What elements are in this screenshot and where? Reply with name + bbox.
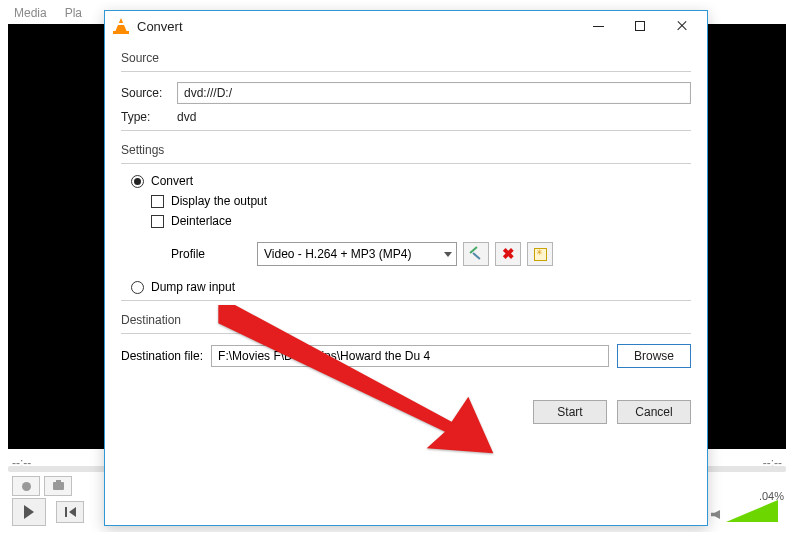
vlc-menubar: Media Pla — [14, 6, 82, 20]
checkbox-icon — [151, 195, 164, 208]
snapshot-button[interactable] — [44, 476, 72, 496]
divider — [121, 333, 691, 334]
radio-icon — [131, 175, 144, 188]
delete-profile-button[interactable]: ✖ — [495, 242, 521, 266]
destination-file-input[interactable]: F:\Movies F\DVD Rips\Howard the Du 4 — [211, 345, 609, 367]
display-output-label: Display the output — [171, 194, 267, 208]
dialog-title: Convert — [137, 19, 577, 34]
dump-raw-radio[interactable]: Dump raw input — [131, 280, 691, 294]
close-button[interactable] — [661, 12, 703, 40]
previous-button[interactable] — [56, 501, 84, 523]
browse-button[interactable]: Browse — [617, 344, 691, 368]
titlebar[interactable]: Convert — [105, 11, 707, 41]
profile-value: Video - H.264 + MP3 (MP4) — [264, 247, 412, 261]
record-button[interactable] — [12, 476, 40, 496]
type-value: dvd — [177, 110, 196, 124]
dump-raw-label: Dump raw input — [151, 280, 235, 294]
record-icon — [22, 482, 31, 491]
destination-file-label: Destination file: — [121, 349, 203, 363]
source-input[interactable]: dvd:///D:/ — [177, 82, 691, 104]
tools-icon — [469, 247, 483, 261]
radio-icon — [131, 281, 144, 294]
convert-dialog: Convert Source Source: dvd:///D:/ Type: … — [104, 10, 708, 526]
divider — [121, 163, 691, 164]
display-output-checkbox[interactable]: Display the output — [151, 194, 691, 208]
play-icon — [24, 505, 34, 519]
source-group: Source Source: dvd:///D:/ Type: dvd — [121, 51, 691, 131]
minimize-icon — [593, 26, 604, 27]
divider — [121, 300, 691, 301]
destination-group: Destination Destination file: F:\Movies … — [121, 313, 691, 368]
volume-percent: .04% — [759, 490, 784, 502]
edit-profile-button[interactable] — [463, 242, 489, 266]
camera-icon — [53, 482, 64, 490]
convert-radio[interactable]: Convert — [131, 174, 691, 188]
checkbox-icon — [151, 215, 164, 228]
play-button[interactable] — [12, 498, 46, 526]
minimize-button[interactable] — [577, 12, 619, 40]
profile-label: Profile — [171, 247, 251, 261]
divider — [121, 71, 691, 72]
settings-group: Settings Convert Display the output Dein… — [121, 143, 691, 301]
maximize-button[interactable] — [619, 12, 661, 40]
delete-icon: ✖ — [502, 245, 515, 263]
chevron-down-icon — [444, 252, 452, 257]
menu-play-truncated[interactable]: Pla — [65, 6, 82, 20]
destination-group-title: Destination — [121, 313, 691, 327]
deinterlace-label: Deinterlace — [171, 214, 232, 228]
new-profile-button[interactable] — [527, 242, 553, 266]
vlc-cone-icon — [113, 18, 129, 34]
type-label: Type: — [121, 110, 169, 124]
new-profile-icon — [534, 248, 547, 261]
cancel-button[interactable]: Cancel — [617, 400, 691, 424]
profile-select[interactable]: Video - H.264 + MP3 (MP4) — [257, 242, 457, 266]
start-button[interactable]: Start — [533, 400, 607, 424]
close-icon — [676, 20, 688, 32]
settings-group-title: Settings — [121, 143, 691, 157]
source-group-title: Source — [121, 51, 691, 65]
deinterlace-checkbox[interactable]: Deinterlace — [151, 214, 691, 228]
convert-radio-label: Convert — [151, 174, 193, 188]
divider — [121, 130, 691, 131]
dialog-footer: Start Cancel — [105, 390, 707, 424]
maximize-icon — [635, 21, 645, 31]
source-label: Source: — [121, 86, 169, 100]
volume-slider[interactable] — [726, 500, 778, 522]
menu-media[interactable]: Media — [14, 6, 47, 20]
speaker-icon[interactable] — [711, 508, 722, 522]
